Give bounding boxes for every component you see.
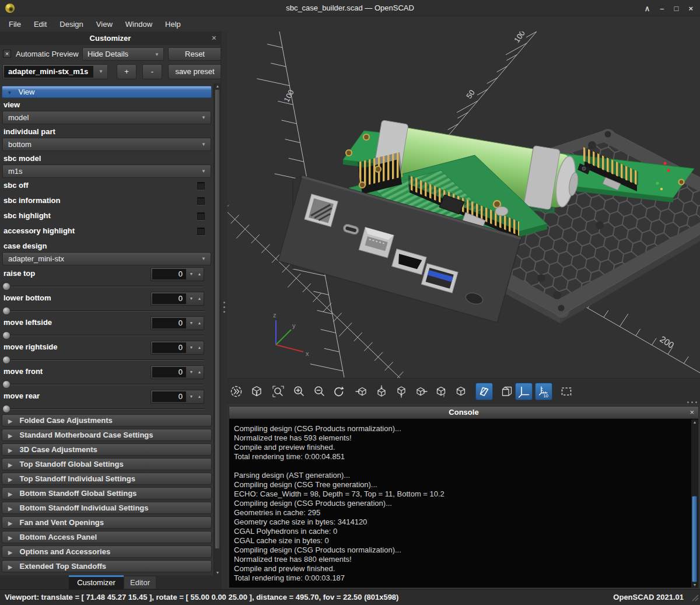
case-design-dropdown[interactable]: adapter_mini-stx ▼: [2, 252, 211, 265]
section-header-view[interactable]: ▼ View: [2, 86, 212, 98]
slider[interactable]: [4, 310, 204, 312]
section-header[interactable]: ▶ Bottom Standoff Global Settings: [2, 487, 212, 499]
view-front-icon[interactable]: f: [432, 383, 450, 400]
maximize-button[interactable]: □: [674, 4, 679, 13]
section-header[interactable]: ▶ 3D Case Adjustments: [2, 443, 212, 456]
scrollbar-thumb[interactable]: [215, 89, 220, 549]
number-spinbox[interactable]: 0 ▼ ▲: [150, 365, 204, 379]
spinbox-value[interactable]: 0: [152, 293, 186, 304]
reset-view-icon[interactable]: [330, 383, 348, 400]
view-diagonal-icon[interactable]: [475, 383, 493, 400]
view-back-icon[interactable]: [452, 383, 470, 400]
tab-customizer[interactable]: Customizer: [69, 575, 124, 589]
minimize-button[interactable]: –: [660, 4, 664, 13]
menu-item[interactable]: Help: [159, 20, 187, 29]
render-icon[interactable]: [248, 383, 265, 400]
section-header[interactable]: ▶ Standard Motherboard Case Settings: [2, 429, 212, 441]
spinbox-value[interactable]: 0: [152, 391, 186, 402]
menu-item[interactable]: Window: [119, 20, 159, 29]
view-all-icon[interactable]: [558, 383, 575, 400]
zoom-out-icon[interactable]: [310, 383, 328, 400]
preset-select[interactable]: adapter_mini-stx_m1s ▼: [2, 64, 108, 79]
number-spinbox[interactable]: 0 ▼ ▲: [150, 316, 204, 330]
spin-up-icon[interactable]: ▲: [195, 268, 204, 281]
spin-up-icon[interactable]: ▲: [195, 317, 204, 330]
slider[interactable]: [4, 359, 204, 361]
shade-button[interactable]: ∧: [645, 4, 650, 13]
checkbox[interactable]: [197, 212, 205, 220]
console-splitter[interactable]: [687, 401, 689, 403]
view-center-icon[interactable]: [498, 383, 516, 400]
param-dropdown[interactable]: bottom ▼: [2, 138, 211, 151]
number-spinbox[interactable]: 0 ▼ ▲: [150, 292, 204, 306]
viewport-3d[interactable]: 100 50 100 200: [228, 32, 700, 378]
reset-button[interactable]: Reset: [168, 47, 222, 61]
view-bottom-icon[interactable]: [393, 383, 410, 400]
checkbox[interactable]: [197, 228, 205, 235]
checkbox[interactable]: [197, 182, 205, 190]
spin-up-icon[interactable]: ▲: [195, 366, 204, 379]
param-dropdown[interactable]: m1s ▼: [2, 165, 211, 178]
section-header[interactable]: ▶ Folded Case Adjustments: [2, 414, 212, 426]
detail-select[interactable]: Hide Details ▼: [82, 47, 164, 61]
spin-down-icon[interactable]: ▼: [187, 366, 195, 379]
slider[interactable]: [4, 286, 204, 287]
param-dropdown[interactable]: model ▼: [2, 111, 211, 124]
remove-preset-button[interactable]: -: [142, 64, 162, 79]
menu-item[interactable]: Design: [53, 20, 89, 29]
spin-down-icon[interactable]: ▼: [187, 341, 195, 354]
section-header[interactable]: ▶ Fan and Vent Openings: [2, 516, 212, 529]
slider[interactable]: [4, 335, 204, 336]
console-log[interactable]: Compiling design (CSG Products normaliza…: [229, 419, 699, 588]
spin-up-icon[interactable]: ▲: [195, 341, 204, 354]
view-right-icon[interactable]: [353, 383, 370, 400]
spin-down-icon[interactable]: ▼: [187, 390, 195, 403]
spin-up-icon[interactable]: ▲: [195, 390, 204, 403]
scrollbar-thumb[interactable]: [692, 496, 697, 582]
show-scale-markers-icon[interactable]: 10: [535, 383, 552, 400]
section-header[interactable]: ▶ Options and Accessories: [2, 545, 212, 558]
spin-down-icon[interactable]: ▼: [187, 317, 195, 330]
slider-knob[interactable]: [2, 282, 10, 291]
slider-knob[interactable]: [2, 380, 10, 389]
menu-item[interactable]: View: [90, 20, 119, 29]
add-preset-button[interactable]: +: [117, 64, 136, 79]
close-icon[interactable]: ×: [212, 32, 216, 44]
save-preset-button[interactable]: save preset: [168, 64, 222, 79]
number-spinbox[interactable]: 0 ▼ ▲: [150, 267, 204, 281]
section-header[interactable]: ▶ Extended Top Standoffs: [2, 560, 212, 572]
spinbox-value[interactable]: 0: [152, 342, 186, 353]
panel-splitter[interactable]: [220, 32, 228, 589]
view-left-icon[interactable]: [412, 383, 430, 400]
show-axes-icon[interactable]: [515, 383, 533, 400]
slider-knob[interactable]: [2, 356, 10, 364]
slider-knob[interactable]: [2, 405, 10, 413]
close-button[interactable]: ×: [688, 4, 693, 13]
slider-knob[interactable]: [2, 331, 10, 340]
tab-editor[interactable]: Editor: [124, 576, 156, 589]
menu-item[interactable]: File: [2, 20, 27, 29]
console-scrollbar[interactable]: ▲ ▼: [691, 419, 698, 587]
menu-item[interactable]: Edit: [27, 20, 53, 29]
resize-grip-icon[interactable]: [691, 593, 699, 603]
spinbox-value[interactable]: 0: [152, 269, 186, 279]
number-spinbox[interactable]: 0 ▼ ▲: [150, 390, 204, 404]
spin-down-icon[interactable]: ▼: [187, 268, 195, 281]
customizer-scrollbar[interactable]: ▲ ▼: [214, 83, 220, 575]
slider-knob[interactable]: [2, 307, 10, 315]
spin-down-icon[interactable]: ▼: [187, 292, 195, 305]
section-header[interactable]: ▶ Top Standoff Global Settings: [2, 458, 212, 470]
preview-icon[interactable]: [228, 383, 245, 400]
spinbox-value[interactable]: 0: [152, 367, 186, 377]
spinbox-value[interactable]: 0: [152, 318, 186, 328]
number-spinbox[interactable]: 0 ▼ ▲: [150, 341, 204, 355]
checkbox[interactable]: [197, 197, 205, 205]
slider[interactable]: [4, 408, 204, 410]
close-icon[interactable]: ×: [690, 407, 694, 418]
zoom-in-icon[interactable]: [290, 383, 307, 400]
slider[interactable]: [4, 384, 204, 385]
section-header[interactable]: ▶ Bottom Access Panel: [2, 531, 212, 543]
section-header[interactable]: ▶ Top Standoff Individual Settings: [2, 473, 212, 485]
zoom-all-icon[interactable]: [270, 383, 287, 400]
automatic-preview-checkbox[interactable]: ×: [3, 50, 11, 58]
